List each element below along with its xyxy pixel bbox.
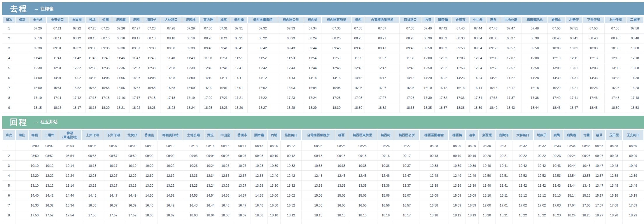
time-cell: 14:35	[604, 73, 626, 83]
time-cell: 07:27	[130, 23, 143, 34]
time-cell: 16:59	[449, 200, 466, 210]
station-header: 梅嶺	[28, 130, 41, 141]
time-cell: 12:53	[550, 171, 563, 181]
time-cell: 10:38	[419, 161, 449, 171]
time-cell: 09:22	[512, 151, 533, 161]
trip-number-header: 班次	[3, 16, 16, 23]
time-cell: 18:28	[278, 103, 304, 113]
table-row: 715:5015:5115:5215:5315:5515:5615:5715:5…	[3, 83, 644, 93]
time-cell: 09:08	[251, 151, 268, 161]
time-cell: 18:16	[377, 210, 394, 220]
time-cell: 18:12	[281, 210, 302, 220]
trip-number-cell: 8	[3, 93, 16, 103]
time-cell: 08:59	[124, 151, 141, 161]
time-cell: 16:25	[604, 83, 626, 93]
time-cell: 14:01	[46, 73, 68, 83]
time-cell: 16:50	[268, 200, 281, 210]
time-cell: 08:21	[217, 33, 230, 43]
time-cell: 19:31	[580, 220, 593, 224]
time-cell: 10:40	[478, 161, 495, 171]
time-cell: 11:55	[321, 53, 352, 63]
time-cell: 12:18	[626, 53, 644, 63]
time-cell: 14:06	[112, 73, 130, 83]
station-header: 玉田里	[606, 130, 622, 141]
time-cell: 12:32	[158, 171, 183, 181]
time-cell: 17:25	[321, 93, 352, 103]
time-cell: 07:58	[626, 23, 644, 34]
time-cell: 09:17	[394, 151, 419, 161]
note-cell	[16, 93, 29, 103]
time-cell: 10:01	[565, 43, 583, 53]
station-header: 楠西	[352, 16, 365, 23]
time-cell: 19:29	[550, 220, 563, 224]
time-cell: 08:14	[204, 141, 217, 151]
time-cell: 09:57	[500, 43, 522, 53]
time-cell: 13:38	[419, 181, 449, 190]
station-header: 香蕉山	[548, 16, 565, 23]
time-cell: 08:21	[230, 33, 248, 43]
station-header: 楠西橋	[449, 130, 466, 141]
table-row: 310:1010:1210:1410:1510:1710:1910:2010:2…	[3, 161, 644, 171]
time-cell: 17:05	[580, 200, 593, 210]
time-cell: 15:02	[281, 190, 302, 200]
time-cell: 10:10	[28, 161, 41, 171]
time-cell: 07:32	[248, 23, 278, 34]
time-cell: 15:55	[99, 83, 112, 93]
time-cell: 12:42	[248, 63, 278, 73]
time-cell: 07:28	[160, 23, 182, 34]
time-cell: 19:25	[466, 220, 478, 224]
time-cell: 08:37	[593, 141, 606, 151]
time-cell: 11:58	[399, 53, 421, 63]
trip-number-cell: 1	[3, 141, 15, 151]
time-cell: 13:42	[533, 181, 550, 190]
time-cell: 19:05	[124, 220, 141, 224]
time-cell: 14:23	[452, 73, 469, 83]
time-cell: 08:05	[82, 141, 103, 151]
time-cell: 09:36	[112, 43, 130, 53]
time-cell: 09:27	[593, 151, 606, 161]
time-cell: 08:11	[46, 33, 68, 43]
time-cell: 18:29	[622, 210, 644, 220]
time-cell: 13:48	[606, 181, 622, 190]
time-cell: 18:20	[99, 103, 112, 113]
time-cell: 18:28	[606, 210, 622, 220]
time-cell: 09:19	[449, 151, 466, 161]
time-cell: 17:03	[550, 200, 563, 210]
time-cell: 08:57	[103, 151, 124, 161]
time-cell: 10:14	[58, 161, 82, 171]
time-cell: 12:06	[487, 53, 500, 63]
time-cell: 08:17	[234, 141, 251, 151]
station-header: 大林路口	[512, 130, 533, 141]
time-cell: 08:29	[466, 141, 478, 151]
time-cell: 09:54	[469, 43, 487, 53]
time-cell: 17:54	[58, 210, 82, 220]
time-cell: 10:24	[204, 161, 217, 171]
time-cell: 14:10	[200, 73, 217, 83]
time-cell: 15:50	[29, 83, 47, 93]
time-cell: 16:56	[377, 200, 394, 210]
time-cell: 18:19	[466, 210, 478, 220]
time-cell: 12:41	[230, 63, 248, 73]
time-cell: 17:28	[399, 93, 421, 103]
header-row: 班次備註玉井站玉安街口玉田里後旦竹圍鹿陶廟鹿陶埔頭子大林路口鹿陶洋東西煙油車楠西…	[3, 16, 644, 23]
time-cell: 18:46	[548, 103, 565, 113]
table-row: 817:5017:5217:5417:5517:5717:5918:0018:0…	[3, 210, 644, 220]
station-header: 埔頭子	[143, 16, 160, 23]
time-cell: 16:21	[565, 83, 583, 93]
time-cell: 12:00	[421, 53, 434, 63]
time-cell: 14:26	[487, 73, 500, 83]
time-cell: 19:33	[593, 220, 606, 224]
time-cell: 12:20	[28, 171, 41, 181]
time-cell: 19:10	[204, 220, 217, 224]
time-cell: 17:32	[434, 93, 452, 103]
outbound-timetable: 班次備註玉井站玉安街口玉田里後旦竹圍鹿陶廟鹿陶埔頭子大林路口鹿陶洋東西煙油車楠西…	[2, 16, 644, 113]
time-cell: 15:09	[449, 190, 466, 200]
time-cell: 07:51	[565, 23, 583, 34]
time-cell: 16:35	[82, 200, 103, 210]
time-cell: 14:47	[103, 190, 124, 200]
time-cell: 17:50	[28, 210, 41, 220]
time-cell: 08:09	[124, 141, 141, 151]
time-cell: 16:05	[321, 83, 352, 93]
time-cell: 18:47	[565, 103, 583, 113]
time-cell: 09:15	[335, 151, 348, 161]
